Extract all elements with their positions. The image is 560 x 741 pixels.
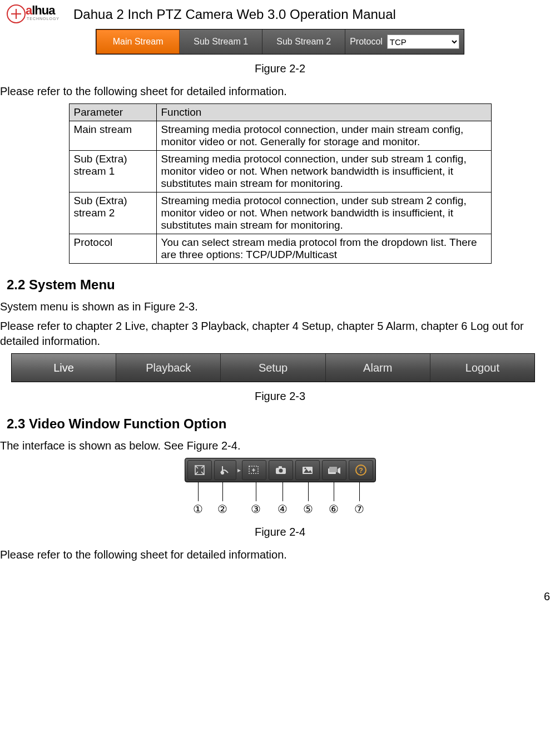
page-header: alhua TECHNOLOGY Dahua 2 Inch PTZ Camera…	[0, 0, 560, 26]
picture-icon[interactable]	[295, 460, 320, 480]
table-row: Sub (Extra) stream 1 Streaming media pro…	[69, 151, 491, 192]
help-icon[interactable]: ?	[349, 460, 373, 480]
svg-rect-10	[329, 467, 337, 472]
section-2-3-heading: 2.3 Video Window Function Option	[7, 416, 560, 432]
table-row: Main stream Streaming media protocol con…	[69, 121, 491, 151]
tab-sub-stream-2[interactable]: Sub Stream 2	[262, 29, 345, 54]
adjust-icon[interactable]	[214, 460, 236, 480]
snapshot-icon[interactable]	[269, 460, 293, 480]
doc-title: Dahua 2 Inch PTZ Camera Web 3.0 Operatio…	[73, 7, 396, 22]
video-window-toolbar-figure: ▸	[185, 458, 376, 518]
outro-text: Please refer to the following sheet for …	[0, 547, 560, 562]
tab-sub-stream-1[interactable]: Sub Stream 1	[180, 29, 262, 54]
zoom-icon[interactable]	[242, 460, 266, 480]
tab-main-stream[interactable]: Main Stream	[96, 29, 180, 54]
figure-2-4-caption: Figure 2-4	[0, 526, 560, 539]
tab-logout[interactable]: Logout	[430, 354, 534, 382]
section-2-2-heading: 2.2 System Menu	[7, 277, 560, 293]
svg-marker-11	[338, 467, 340, 474]
svg-rect-4	[279, 466, 282, 468]
tab-setup[interactable]: Setup	[220, 354, 325, 382]
record-icon[interactable]	[322, 460, 346, 480]
table-row: Protocol You can select stream media pro…	[69, 234, 491, 264]
brand-logo: alhua TECHNOLOGY	[7, 3, 68, 26]
tab-playback[interactable]: Playback	[116, 354, 220, 382]
sec22-p1: System menu is shown as in Figure 2-3.	[0, 299, 560, 314]
protocol-select[interactable]: TCP	[387, 34, 459, 49]
th-parameter: Parameter	[69, 104, 156, 121]
intro-text-1: Please refer to the following sheet for …	[0, 84, 560, 99]
tab-alarm[interactable]: Alarm	[325, 354, 430, 382]
tab-live[interactable]: Live	[12, 354, 116, 382]
logo-accent: a	[26, 3, 32, 17]
protocol-group: Protocol TCP	[345, 29, 464, 54]
chevron-right-icon: ▸	[237, 461, 241, 480]
system-menu-toolbar: Live Playback Setup Alarm Logout	[11, 353, 535, 382]
logo-rest: lhua	[32, 3, 54, 17]
parameter-table: Parameter Function Main stream Streaming…	[69, 103, 492, 264]
figure-2-2-caption: Figure 2-2	[0, 62, 560, 75]
th-function: Function	[156, 104, 491, 121]
page-number: 6	[0, 590, 560, 603]
callout-numbers: ① ② ③ ④ ⑤ ⑥ ⑦	[185, 502, 376, 518]
logo-sub: TECHNOLOGY	[27, 17, 60, 21]
stream-toolbar: Main Stream Sub Stream 1 Sub Stream 2 Pr…	[96, 29, 464, 55]
fullscreen-icon[interactable]	[187, 460, 212, 480]
svg-point-8	[304, 467, 306, 469]
logo-mark-icon	[7, 4, 26, 23]
video-window-toolbar: ▸	[185, 458, 376, 482]
sec22-p2: Please refer to chapter 2 Live, chapter …	[0, 319, 560, 349]
svg-text:?: ?	[359, 466, 363, 475]
figure-2-3-caption: Figure 2-3	[0, 390, 560, 403]
sec23-p1: The interface is shown as below. See Fig…	[0, 438, 560, 453]
callout-lines	[185, 482, 376, 502]
svg-point-5	[279, 469, 283, 473]
protocol-label: Protocol	[350, 37, 383, 47]
table-row: Sub (Extra) stream 2 Streaming media pro…	[69, 192, 491, 234]
